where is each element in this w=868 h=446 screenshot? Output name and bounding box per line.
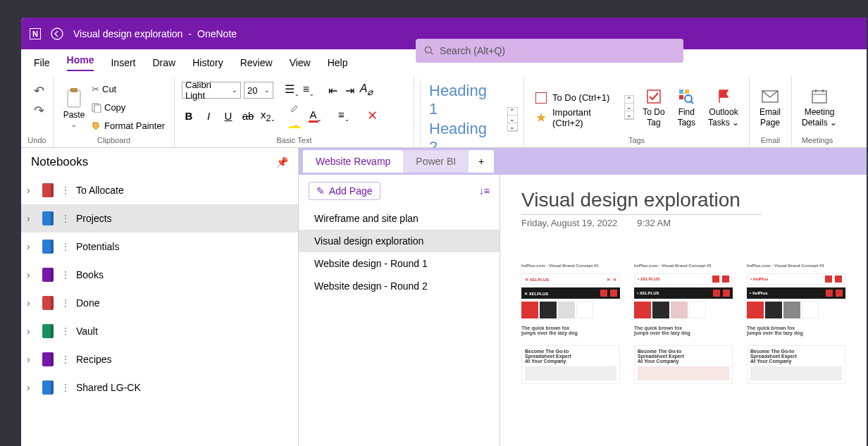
- menu-home[interactable]: Home: [67, 54, 94, 71]
- todo-tag-button[interactable]: To Do Tag: [638, 87, 669, 128]
- menu-help[interactable]: Help: [328, 57, 348, 68]
- notebook-label: Shared LG-CK: [76, 382, 141, 393]
- font-color-button[interactable]: A⌄: [309, 109, 323, 123]
- pages-panel: ✎ Add Page ↓≡ Wireframe and site planVis…: [299, 175, 500, 446]
- meeting-details-button[interactable]: Meeting Details ⌄: [798, 87, 841, 128]
- email-page-button[interactable]: Email Page: [755, 87, 785, 128]
- redo-icon[interactable]: ↷: [34, 103, 44, 118]
- outdent-icon[interactable]: ⇤: [326, 84, 340, 97]
- bold-button[interactable]: B: [182, 110, 196, 122]
- menu-insert[interactable]: Insert: [111, 57, 135, 68]
- tag-important[interactable]: ★Important (Ctrl+2): [535, 109, 612, 127]
- notebook-item[interactable]: › ⋮ Vault: [21, 317, 298, 345]
- pin-icon[interactable]: 📌: [276, 156, 288, 168]
- notebook-label: To Allocate: [76, 185, 124, 196]
- delete-button[interactable]: ✕: [365, 108, 379, 123]
- menu-file[interactable]: File: [34, 57, 50, 68]
- style-heading1[interactable]: Heading 1: [429, 82, 496, 118]
- page-list-item[interactable]: Wireframe and site plan: [299, 207, 500, 230]
- page-list-item[interactable]: Website design - Round 1: [299, 252, 500, 275]
- cut-button[interactable]: ✂Cut: [90, 81, 166, 98]
- notebook-item[interactable]: › ⋮ Projects: [21, 204, 298, 233]
- clear-format-icon[interactable]: A⌀: [359, 82, 373, 97]
- tab-website-revamp[interactable]: Website Revamp: [303, 150, 403, 173]
- notebook-icon: [42, 211, 54, 225]
- search-input[interactable]: Search (Alt+Q): [416, 39, 683, 63]
- menu-draw[interactable]: Draw: [152, 57, 175, 68]
- menu-review[interactable]: Review: [240, 57, 273, 68]
- grip-icon: ⋮: [61, 326, 69, 337]
- copy-button[interactable]: Copy: [90, 99, 166, 116]
- align-button[interactable]: ≡⌄: [337, 109, 351, 123]
- notebook-item[interactable]: › ⋮ Recipes: [21, 345, 298, 373]
- basic-text-group-label: Basic Text: [180, 136, 408, 147]
- chevron-right-icon: ›: [27, 382, 35, 393]
- underline-button[interactable]: U: [221, 110, 235, 122]
- styles-spinner[interactable]: ⌃⌄⌄: [507, 107, 518, 132]
- page-list-item[interactable]: Website design - Round 2: [299, 275, 500, 297]
- menu-view[interactable]: View: [290, 57, 311, 68]
- format-painter-button[interactable]: Format Painter: [90, 118, 166, 135]
- tab-power-bi[interactable]: Power BI: [403, 150, 469, 173]
- bullets-icon[interactable]: ☰⌄: [285, 82, 299, 97]
- notebook-item[interactable]: › ⋮ Shared LG-CK: [21, 373, 298, 402]
- subscript-button[interactable]: x2⌄: [261, 109, 275, 123]
- paste-button[interactable]: Paste ⌄: [59, 87, 89, 128]
- page-title-heading[interactable]: Visual design exploration: [521, 189, 761, 215]
- page-time: 9:32 AM: [637, 218, 671, 228]
- italic-button[interactable]: I: [202, 110, 216, 122]
- font-name-select[interactable]: Calibri Light⌄: [182, 82, 241, 99]
- notebook-label: Books: [76, 269, 104, 280]
- onenote-logo-icon: N: [30, 28, 41, 39]
- svg-line-12: [691, 101, 693, 104]
- highlight-button[interactable]: ⌄: [289, 103, 303, 128]
- chevron-right-icon: ›: [27, 241, 35, 252]
- font-size-select[interactable]: 20⌄: [244, 82, 273, 99]
- page-list-item[interactable]: Visual design exploration: [299, 230, 500, 252]
- thumbnail: hxPlus.com - Visual Brand Concept #2 ▪ X…: [634, 264, 733, 335]
- envelope-icon: [762, 87, 779, 106]
- svg-rect-7: [647, 90, 660, 103]
- notebook-item[interactable]: › ⋮ Books: [21, 261, 298, 289]
- grip-icon: ⋮: [61, 241, 69, 252]
- grip-icon: ⋮: [61, 297, 69, 309]
- notebook-label: Recipes: [76, 354, 112, 365]
- svg-line-2: [430, 52, 433, 54]
- chevron-down-icon: ⌄: [71, 121, 77, 128]
- chevron-right-icon: ›: [27, 297, 35, 309]
- flag-icon: [716, 87, 731, 106]
- star-icon: ★: [535, 110, 547, 125]
- back-icon[interactable]: [51, 27, 63, 40]
- tag-todo[interactable]: To Do (Ctrl+1): [535, 89, 612, 107]
- page-canvas[interactable]: Visual design exploration Friday, August…: [500, 175, 867, 446]
- sort-icon[interactable]: ↓≡: [479, 185, 490, 197]
- find-tags-button[interactable]: Find Tags: [674, 87, 700, 128]
- chevron-right-icon: ›: [27, 213, 35, 224]
- undo-icon[interactable]: ↶: [34, 83, 44, 99]
- chevron-right-icon: ›: [27, 269, 35, 280]
- grip-icon: ⋮: [61, 269, 69, 280]
- add-section-button[interactable]: +: [469, 150, 494, 173]
- notebook-item[interactable]: › ⋮ Potentials: [21, 233, 298, 261]
- grip-icon: ⋮: [61, 354, 69, 365]
- svg-point-1: [425, 47, 431, 53]
- thumbnail: Become The Go-toSpreadsheet ExpertAt You…: [521, 345, 620, 384]
- tags-spinner[interactable]: ⌃⌄⌄: [624, 95, 634, 120]
- outlook-tasks-button[interactable]: Outlook Tasks ⌄: [704, 87, 743, 128]
- notebook-label: Done: [76, 297, 99, 309]
- menu-history[interactable]: History: [192, 57, 223, 68]
- strike-button[interactable]: ab: [241, 110, 255, 122]
- thumbnail: Become The Go-toSpreadsheet ExpertAt You…: [634, 345, 733, 384]
- notebook-item[interactable]: › ⋮ To Allocate: [21, 176, 298, 204]
- indent-icon[interactable]: ⇥: [342, 84, 356, 97]
- svg-rect-6: [94, 105, 101, 113]
- numbering-icon[interactable]: ≡⌄: [302, 83, 316, 97]
- notebook-item[interactable]: › ⋮ Done: [21, 289, 298, 317]
- section-tabs: Website Revamp Power BI +: [299, 148, 867, 175]
- notebook-label: Vault: [76, 326, 98, 337]
- ribbon: ↶ ↷ Undo Paste ⌄ ✂Cut Copy: [21, 76, 867, 148]
- chevron-right-icon: ›: [27, 326, 35, 337]
- design-thumbnails: hxPlus.com - Visual Brand Concept #1 ✕ X…: [521, 264, 845, 335]
- tags-group-label: Tags: [530, 136, 743, 147]
- add-page-button[interactable]: ✎ Add Page: [309, 182, 380, 200]
